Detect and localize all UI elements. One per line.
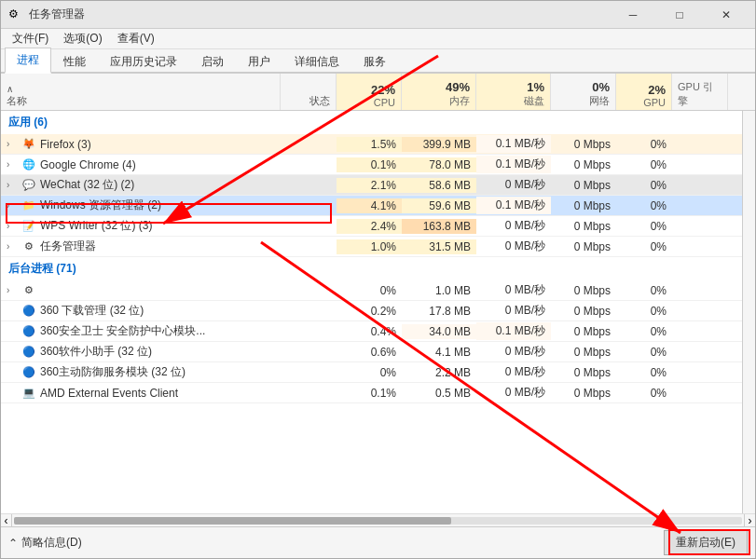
wechat-cpu: 2.1% [337, 178, 402, 193]
tab-users[interactable]: 用户 [236, 49, 282, 74]
amd-gpu: 0% [616, 386, 672, 401]
360dl-cpu: 0.2% [337, 304, 402, 319]
menu-file[interactable]: 文件(F) [5, 29, 56, 48]
expander-icon[interactable]: › [7, 241, 18, 252]
360defense-gpu: 0% [616, 365, 672, 380]
background-section-header: 后台进程 (71) [1, 257, 742, 280]
explorer-mem: 59.6 MB [402, 198, 476, 213]
process-name-bg1: › ⚙ [1, 282, 281, 299]
col-gpu-engine[interactable]: GPU 引擎 [672, 74, 728, 110]
brief-info-button[interactable]: ⌃ 简略信息(D) [8, 535, 82, 551]
chrome-icon: 🌐 [21, 157, 36, 172]
table-body: 应用 (6) › 🦊 Firefox (3) 1.5% 399.9 MB 0.1… [1, 111, 742, 513]
process-name-firefox: › 🦊 Firefox (3) [1, 136, 281, 153]
col-status[interactable]: 状态 [281, 74, 337, 110]
bg1-icon: ⚙ [21, 283, 36, 298]
process-name-explorer: › 📁 Windows 资源管理器 (2) [1, 197, 281, 214]
360helper-gpu: 0% [616, 345, 672, 360]
tab-startup[interactable]: 启动 [189, 49, 236, 74]
360defense-status [281, 372, 337, 374]
360defense-disk: 0 MB/秒 [476, 363, 551, 381]
scrollbar[interactable] [742, 111, 755, 513]
tab-services[interactable]: 服务 [351, 49, 398, 74]
col-net[interactable]: 0% 网络 [551, 74, 616, 110]
col-cpu[interactable]: 22% CPU [337, 74, 402, 110]
expander-icon[interactable]: › [7, 221, 18, 231]
table-row[interactable]: › 📁 Windows 资源管理器 (2) 4.1% 59.6 MB 0.1 M… [1, 196, 742, 216]
table-wrapper: 应用 (6) › 🦊 Firefox (3) 1.5% 399.9 MB 0.1… [1, 111, 755, 513]
col-mem[interactable]: 49% 内存 [402, 74, 476, 110]
maximize-button[interactable]: □ [658, 1, 701, 29]
expander-icon[interactable]: › [7, 285, 18, 295]
chrome-disk: 0.1 MB/秒 [476, 156, 551, 173]
bg1-gpu-engine [672, 290, 728, 292]
table-row[interactable]: › ⚙ 任务管理器 1.0% 31.5 MB 0 MB/秒 0 Mbps 0% [1, 237, 742, 257]
table-row[interactable]: 🔵 360安全卫士 安全防护中心模块... 0.4% 34.0 MB 0.1 M… [1, 321, 742, 342]
close-button[interactable]: ✕ [705, 1, 748, 29]
tab-details[interactable]: 详细信息 [282, 49, 351, 74]
table-row[interactable]: 🔵 360 下载管理 (32 位) 0.2% 17.8 MB 0 MB/秒 0 … [1, 301, 742, 321]
title-bar: ⚙ 任务管理器 ─ □ ✕ [1, 1, 755, 29]
explorer-gpu-engine [672, 205, 728, 207]
col-gpu[interactable]: 2% GPU [616, 74, 672, 110]
expander-icon[interactable]: › [7, 180, 18, 190]
scroll-left-btn[interactable]: ‹ [1, 514, 12, 526]
360dl-mem: 17.8 MB [402, 304, 476, 319]
expander-icon[interactable]: › [7, 200, 18, 211]
firefox-gpu: 0% [616, 137, 672, 152]
360defense-net: 0 Mbps [551, 365, 616, 380]
bg1-gpu: 0% [616, 283, 672, 298]
360dl-status [281, 310, 337, 312]
amd-icon: 💻 [21, 386, 36, 401]
chrome-net: 0 Mbps [551, 157, 616, 172]
table-row[interactable]: › 🌐 Google Chrome (4) 0.1% 78.0 MB 0.1 M… [1, 155, 742, 175]
tab-app-history[interactable]: 应用历史记录 [98, 49, 189, 74]
360helper-cpu: 0.6% [337, 345, 402, 360]
explorer-gpu: 0% [616, 198, 672, 213]
explorer-net: 0 Mbps [551, 198, 616, 213]
bg1-mem: 1.0 MB [402, 283, 476, 298]
table-row[interactable]: 💻 AMD External Events Client 0.1% 0.5 MB… [1, 383, 742, 403]
bottom-bar: ⌃ 简略信息(D) 重新启动(E) [1, 526, 755, 558]
360sec-net: 0 Mbps [551, 324, 616, 339]
h-scrollbar-thumb[interactable] [14, 517, 451, 525]
table-row[interactable]: › 💬 WeChat (32 位) (2) 2.1% 58.6 MB 0 MB/… [1, 175, 742, 196]
table-row[interactable]: › 📝 WPS Writer (32 位) (3) 2.4% 163.8 MB … [1, 216, 742, 237]
360sec-cpu: 0.4% [337, 324, 402, 339]
tab-bar: 进程 性能 应用历史记录 启动 用户 详细信息 服务 [1, 49, 755, 74]
col-name[interactable]: ∧ 名称 [1, 74, 281, 110]
col-disk[interactable]: 1% 磁盘 [476, 74, 551, 110]
h-scrollbar-track[interactable] [14, 517, 742, 525]
sort-arrow-icon: ∧ [7, 84, 13, 94]
process-name-360defense: 🔵 360主动防御服务模块 (32 位) [1, 363, 281, 381]
amd-disk: 0 MB/秒 [476, 384, 551, 402]
restart-button[interactable]: 重新启动(E) [664, 530, 748, 555]
360dl-disk: 0 MB/秒 [476, 302, 551, 320]
expander-icon[interactable]: › [7, 139, 18, 149]
tab-processes[interactable]: 进程 [5, 48, 51, 74]
firefox-gpu-engine [672, 143, 728, 145]
360defense-gpu-engine [672, 372, 728, 374]
explorer-icon: 📁 [21, 198, 36, 213]
firefox-mem: 399.9 MB [402, 137, 476, 152]
expander-icon[interactable]: › [7, 159, 18, 170]
bg1-cpu: 0% [337, 283, 402, 298]
table-row[interactable]: 🔵 360主动防御服务模块 (32 位) 0% 2.2 MB 0 MB/秒 0 … [1, 362, 742, 383]
process-name-amd: 💻 AMD External Events Client [1, 385, 281, 402]
wechat-mem: 58.6 MB [402, 178, 476, 193]
table-row[interactable]: › ⚙ 0% 1.0 MB 0 MB/秒 0 Mbps 0% [1, 280, 742, 301]
table-row[interactable]: › 🦊 Firefox (3) 1.5% 399.9 MB 0.1 MB/秒 0… [1, 134, 742, 155]
taskmgr-icon: ⚙ [21, 239, 36, 254]
wechat-gpu-engine [672, 184, 728, 186]
scroll-right-btn[interactable]: › [744, 514, 755, 526]
menu-options[interactable]: 选项(O) [56, 29, 109, 48]
minimize-button[interactable]: ─ [612, 1, 654, 29]
menu-view[interactable]: 查看(V) [110, 29, 162, 48]
table-row[interactable]: 🔵 360软件小助手 (32 位) 0.6% 4.1 MB 0 MB/秒 0 M… [1, 342, 742, 362]
wps-status [281, 225, 337, 227]
tab-performance[interactable]: 性能 [51, 49, 98, 74]
taskmgr-gpu: 0% [616, 239, 672, 254]
process-name-chrome: › 🌐 Google Chrome (4) [1, 157, 281, 173]
360defense-icon: 🔵 [21, 365, 36, 380]
taskmgr-disk: 0 MB/秒 [476, 238, 551, 255]
